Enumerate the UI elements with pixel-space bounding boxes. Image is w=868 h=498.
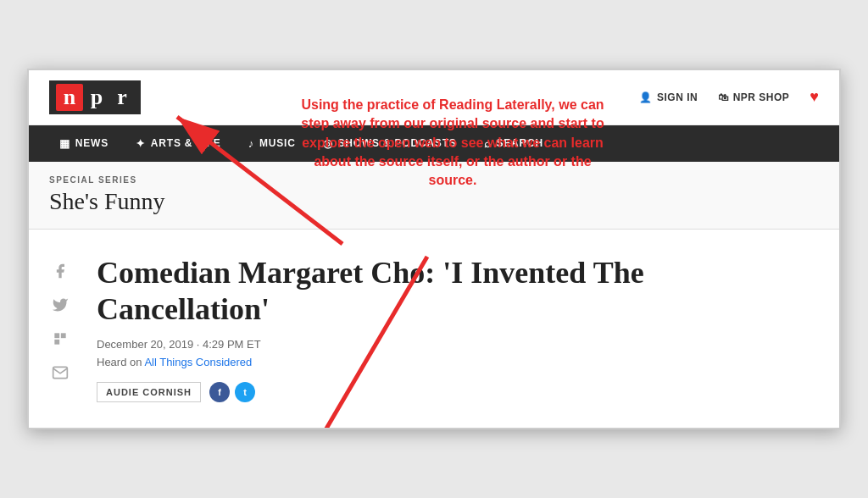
shop-icon: 🛍	[718, 91, 729, 103]
article-date: December 20, 2019 · 4:29 PM ET	[97, 338, 819, 351]
sign-in-link[interactable]: 👤 SIGN IN	[639, 91, 698, 103]
nav-shows-label: SHOWS & PODCASTS	[337, 137, 456, 149]
special-series-label: SPECIAL SERIES	[49, 175, 819, 185]
sign-in-label: SIGN IN	[657, 91, 698, 103]
search-icon: ⌕	[484, 137, 492, 150]
svg-rect-2	[54, 340, 59, 345]
headphone-icon: ◎	[323, 137, 333, 150]
nav-news-label: NEWS	[75, 137, 108, 149]
screenshot-frame: n p r 👤 SIGN IN 🛍 NPR SHOP ♥ ▦ NEWS ✦ AR…	[27, 69, 841, 429]
npr-shop-link[interactable]: 🛍 NPR SHOP	[718, 91, 789, 103]
nav-music-label: MUSIC	[259, 137, 296, 149]
facebook-share-icon[interactable]	[49, 260, 71, 282]
npr-shop-label: NPR SHOP	[733, 91, 790, 103]
logo-p: p	[85, 84, 108, 111]
nav-search-label: SEARCH	[496, 137, 542, 149]
article-heard-on: Heard on All Things Considered	[97, 356, 819, 368]
nav-shows-podcasts[interactable]: ◎ SHOWS & PODCASTS	[309, 125, 470, 162]
heard-on-prefix: Heard on	[97, 356, 144, 368]
flipboard-share-icon[interactable]	[49, 328, 71, 350]
news-icon: ▦	[59, 137, 70, 150]
site-header: n p r 👤 SIGN IN 🛍 NPR SHOP ♥	[29, 70, 839, 125]
nav-news[interactable]: ▦ NEWS	[46, 125, 122, 162]
music-icon: ♪	[248, 137, 254, 150]
user-icon: 👤	[639, 91, 653, 103]
nav-arts-label: ARTS & LIFE	[151, 137, 221, 149]
author-twitter-icon[interactable]: t	[235, 382, 255, 402]
special-series-title: She's Funny	[49, 188, 819, 215]
svg-rect-1	[61, 333, 66, 338]
author-bar: AUDIE CORNISH f t	[97, 382, 819, 402]
twitter-share-icon[interactable]	[49, 294, 71, 316]
email-share-icon[interactable]	[49, 362, 71, 384]
site-nav: ▦ NEWS ✦ ARTS & LIFE ♪ MUSIC ◎ SHOWS & P…	[29, 125, 839, 162]
npr-logo[interactable]: n p r	[49, 80, 141, 114]
heart-icon[interactable]: ♥	[810, 88, 819, 106]
article-title: Comedian Margaret Cho: 'I Invented The C…	[97, 255, 819, 328]
social-sidebar	[49, 260, 71, 384]
arts-icon: ✦	[136, 137, 146, 150]
nav-search[interactable]: ⌕ SEARCH	[470, 125, 557, 162]
header-right: 👤 SIGN IN 🛍 NPR SHOP ♥	[639, 88, 819, 106]
article-area: Comedian Margaret Cho: 'I Invented The C…	[29, 230, 839, 428]
heard-on-link[interactable]: All Things Considered	[144, 356, 252, 368]
nav-music[interactable]: ♪ MUSIC	[235, 125, 309, 162]
special-series-bar: SPECIAL SERIES She's Funny	[29, 162, 839, 230]
author-social-icons: f t	[209, 382, 255, 402]
svg-rect-0	[54, 333, 59, 338]
logo-r: r	[110, 84, 134, 111]
author-facebook-icon[interactable]: f	[209, 382, 230, 402]
nav-arts-life[interactable]: ✦ ARTS & LIFE	[122, 125, 235, 162]
logo-box: n p r	[49, 80, 141, 114]
logo-n: n	[56, 84, 83, 111]
author-name[interactable]: AUDIE CORNISH	[97, 382, 201, 402]
